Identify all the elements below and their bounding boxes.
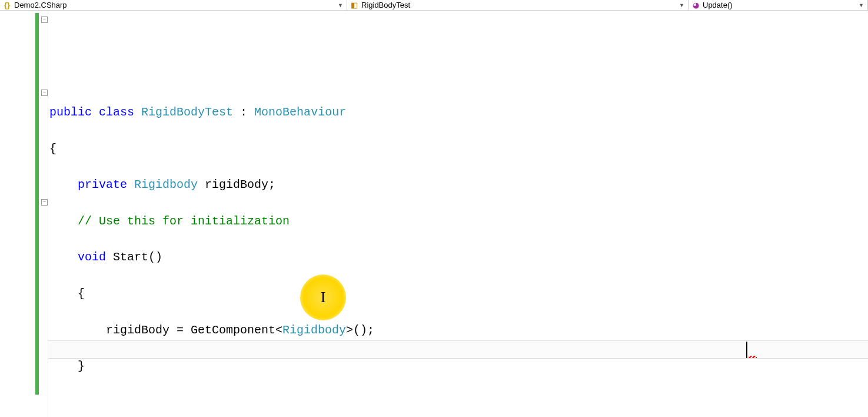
chevron-down-icon: ▼ [859,2,865,8]
navigation-dropdown-bar: {} Demo2.CSharp ▼ ◧ RigidBodyTest ▼ ◕ Up… [0,0,868,11]
code-line: { [48,285,868,303]
outline-collapse-toggle[interactable]: − [41,199,48,206]
code-line: } [48,358,868,376]
code-line: rigidBody = GetComponent<Rigidbody>(); [48,322,868,340]
method-icon: ◕ [691,1,700,9]
change-marker [35,13,39,395]
gutter: − − − [0,11,48,417]
code-line: { [48,140,868,158]
outline-collapse-toggle[interactable]: − [41,90,48,96]
error-squiggle [749,356,757,358]
code-line: public class RigidBodyTest : MonoBehavio… [48,104,868,122]
scope-dropdown[interactable]: {} Demo2.CSharp ▼ [0,0,347,10]
code-line: private Rigidbody rigidBody; [48,176,868,194]
namespace-icon: {} [2,1,12,9]
chevron-down-icon: ▼ [338,2,344,8]
method-dropdown[interactable]: ◕ Update() ▼ [689,0,868,10]
method-dropdown-label: Update() [703,1,733,9]
text-caret [746,342,747,358]
code-area[interactable]: public class RigidBodyTest : MonoBehavio… [48,11,868,417]
class-dropdown[interactable]: ◧ RigidBodyTest ▼ [347,0,689,10]
code-line [48,394,868,412]
class-icon: ◧ [350,1,359,9]
editor: − − − public class RigidBodyTest : MonoB… [0,11,868,417]
class-dropdown-label: RigidBodyTest [361,1,410,9]
chevron-down-icon: ▼ [679,2,686,8]
code-line: // Use this for initialization [48,213,868,231]
scope-dropdown-label: Demo2.CSharp [14,1,67,9]
outline-collapse-toggle[interactable]: − [41,16,48,23]
code-line: void Start() [48,249,868,267]
